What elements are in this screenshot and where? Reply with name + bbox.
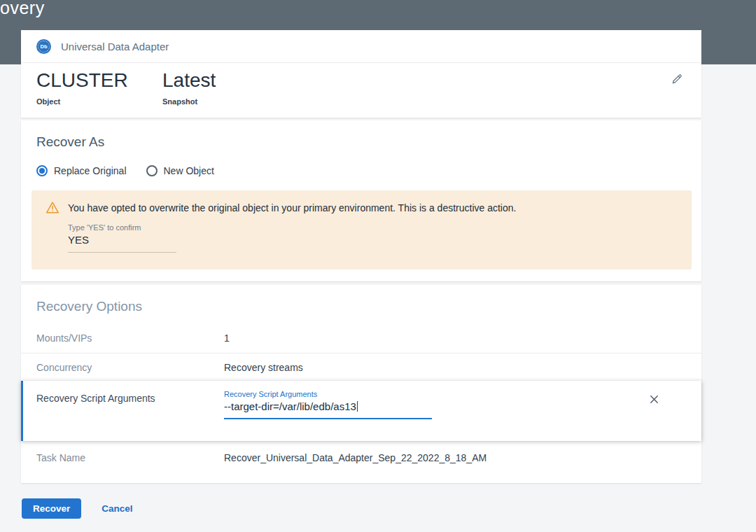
radio-replace-original-label: Replace Original bbox=[54, 165, 127, 176]
recover-as-heading: Recover As bbox=[21, 134, 701, 150]
snapshot-value: Latest bbox=[162, 69, 288, 92]
object-column: CLUSTER Object bbox=[36, 69, 162, 118]
row-value: 1 bbox=[224, 332, 230, 344]
warning-triangle-icon bbox=[46, 201, 59, 217]
radio-new-object[interactable]: New Object bbox=[146, 165, 214, 176]
script-arguments-floating-label: Recovery Script Arguments bbox=[224, 390, 432, 398]
radio-selected-icon bbox=[36, 165, 48, 176]
row-mounts-vips[interactable]: Mounts/VIPs 1 bbox=[21, 323, 701, 353]
row-label: Recovery Script Arguments bbox=[36, 381, 224, 441]
object-summary-block: Db Universal Data Adapter CLUSTER Object… bbox=[21, 30, 701, 118]
row-label: Concurrency bbox=[36, 362, 224, 373]
recovery-options-section: Recovery Options Mounts/VIPs 1 Concurren… bbox=[21, 285, 701, 483]
adapter-header: Db Universal Data Adapter bbox=[21, 30, 701, 63]
snapshot-label: Snapshot bbox=[162, 97, 288, 106]
radio-unselected-icon bbox=[146, 165, 158, 176]
page-title: overy bbox=[0, 0, 45, 18]
script-arguments-input-value: --target-dir=/var/lib/edb/as13 bbox=[224, 400, 356, 412]
radio-replace-original[interactable]: Replace Original bbox=[36, 165, 127, 176]
object-summary-row: CLUSTER Object Latest Snapshot bbox=[21, 63, 701, 118]
clear-row-button[interactable] bbox=[645, 392, 662, 409]
db-badge-icon: Db bbox=[36, 39, 51, 54]
destructive-warning-banner: You have opted to overwrite the original… bbox=[31, 190, 692, 270]
adapter-title: Universal Data Adapter bbox=[61, 41, 169, 52]
pencil-icon bbox=[671, 73, 683, 88]
recovery-options-heading: Recovery Options bbox=[21, 299, 701, 314]
snapshot-column: Latest Snapshot bbox=[162, 69, 288, 118]
text-caret bbox=[357, 401, 358, 412]
recover-as-section: Recover As Replace Original New Object Y… bbox=[21, 120, 701, 281]
row-task-name[interactable]: Task Name Recover_Universal_Data_Adapter… bbox=[21, 441, 701, 483]
row-label: Mounts/VIPs bbox=[36, 332, 224, 344]
cancel-link[interactable]: Cancel bbox=[102, 503, 132, 514]
form-footer: Recover Cancel bbox=[22, 498, 133, 519]
recover-as-options: Replace Original New Object bbox=[21, 165, 701, 176]
confirm-field-label: Type 'YES' to confirm bbox=[68, 223, 678, 232]
row-value: Recovery streams bbox=[224, 362, 303, 373]
object-label: Object bbox=[36, 97, 162, 106]
close-icon bbox=[649, 394, 659, 407]
radio-new-object-label: New Object bbox=[164, 165, 214, 176]
row-recovery-script-arguments: Recovery Script Arguments Recovery Scrip… bbox=[21, 381, 701, 441]
row-concurrency[interactable]: Concurrency Recovery streams bbox=[21, 353, 701, 381]
object-value: CLUSTER bbox=[36, 69, 162, 92]
confirm-input-value: YES bbox=[68, 234, 89, 246]
script-arguments-field-group: Recovery Script Arguments --target-dir=/… bbox=[224, 381, 432, 441]
script-arguments-input[interactable]: --target-dir=/var/lib/edb/as13 bbox=[224, 400, 432, 419]
recover-button[interactable]: Recover bbox=[22, 498, 81, 519]
warning-message: You have opted to overwrite the original… bbox=[68, 202, 678, 214]
edit-snapshot-button[interactable] bbox=[668, 71, 686, 90]
recovery-form-card: Db Universal Data Adapter CLUSTER Object… bbox=[21, 30, 701, 483]
confirm-input[interactable]: YES bbox=[68, 234, 176, 253]
row-value: Recover_Universal_Data_Adapter_Sep_22_20… bbox=[224, 452, 486, 463]
row-label: Task Name bbox=[36, 452, 224, 463]
